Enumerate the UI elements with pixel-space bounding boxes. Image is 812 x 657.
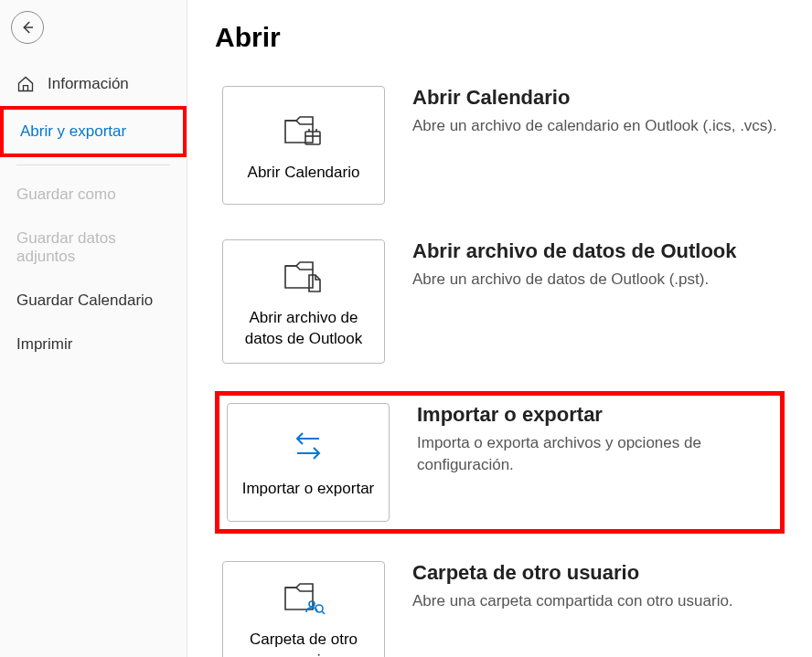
user-folder-icon (282, 578, 326, 617)
option-desc: Importa o exporta archivos y opciones de… (417, 432, 773, 476)
option-text: Carpeta de otro usuario Abre una carpeta… (412, 561, 777, 612)
option-desc: Abre una carpeta compartida con otro usu… (412, 590, 777, 612)
option-text: Abrir archivo de datos de Outlook Abre u… (412, 239, 777, 291)
option-desc: Abre un archivo de calendario en Outlook… (412, 115, 777, 137)
tile-label: Abrir archivo de datos de Outlook (232, 308, 375, 350)
tile-carpeta-otro-usuario[interactable]: Carpeta de otro usuario (222, 561, 385, 657)
page-title: Abrir (215, 22, 785, 53)
divider (16, 164, 170, 165)
nav-label: Abrir y exportar (20, 122, 126, 141)
option-carpeta-otro-usuario: Carpeta de otro usuario Carpeta de otro … (215, 554, 785, 657)
tile-label: Abrir Calendario (248, 163, 360, 184)
option-importar-exportar: Importar o exportar Importar o exportar … (215, 391, 785, 534)
tile-importar-exportar[interactable]: Importar o exportar (227, 403, 390, 522)
nav-item-imprimir[interactable]: Imprimir (0, 323, 187, 366)
tile-abrir-archivo-datos[interactable]: Abrir archivo de datos de Outlook (222, 239, 385, 364)
nav-label: Información (48, 75, 129, 93)
main-content: Abrir Abrir Calendario Abrir Calendario (187, 0, 812, 657)
nav-label: Imprimir (16, 335, 72, 354)
option-text: Abrir Calendario Abre un archivo de cale… (412, 86, 777, 137)
svg-point-1 (309, 601, 315, 607)
option-title: Carpeta de otro usuario (412, 561, 777, 585)
option-abrir-calendario: Abrir Calendario Abrir Calendario Abre u… (215, 79, 785, 212)
sidebar: Información Abrir y exportar Guardar com… (0, 0, 187, 657)
option-text: Importar o exportar Importa o exporta ar… (417, 403, 773, 476)
nav-label: Guardar datos adjuntos (16, 229, 170, 266)
data-file-icon (282, 257, 326, 295)
back-arrow-icon (19, 19, 36, 36)
nav-item-informacion[interactable]: Información (0, 62, 187, 106)
import-export-icon (286, 428, 330, 466)
tile-label: Importar o exportar (242, 479, 375, 500)
option-abrir-archivo-datos: Abrir archivo de datos de Outlook Abrir … (215, 232, 785, 371)
nav-item-abrir-exportar[interactable]: Abrir y exportar (0, 106, 187, 157)
back-button[interactable] (11, 11, 44, 44)
option-desc: Abre un archivo de datos de Outlook (.ps… (412, 269, 777, 291)
calendar-folder-icon (282, 111, 326, 150)
home-icon (16, 75, 35, 93)
tile-abrir-calendario[interactable]: Abrir Calendario (222, 86, 385, 205)
option-title: Importar o exportar (417, 403, 773, 427)
nav-label: Guardar como (16, 185, 116, 204)
tile-label: Carpeta de otro usuario (232, 630, 375, 657)
nav-label: Guardar Calendario (16, 291, 153, 310)
nav-item-guardar-como: Guardar como (0, 173, 187, 217)
nav-item-guardar-adjuntos: Guardar datos adjuntos (0, 217, 187, 279)
option-title: Abrir Calendario (412, 86, 777, 110)
nav-item-guardar-calendario[interactable]: Guardar Calendario (0, 279, 187, 323)
option-title: Abrir archivo de datos de Outlook (412, 239, 777, 263)
